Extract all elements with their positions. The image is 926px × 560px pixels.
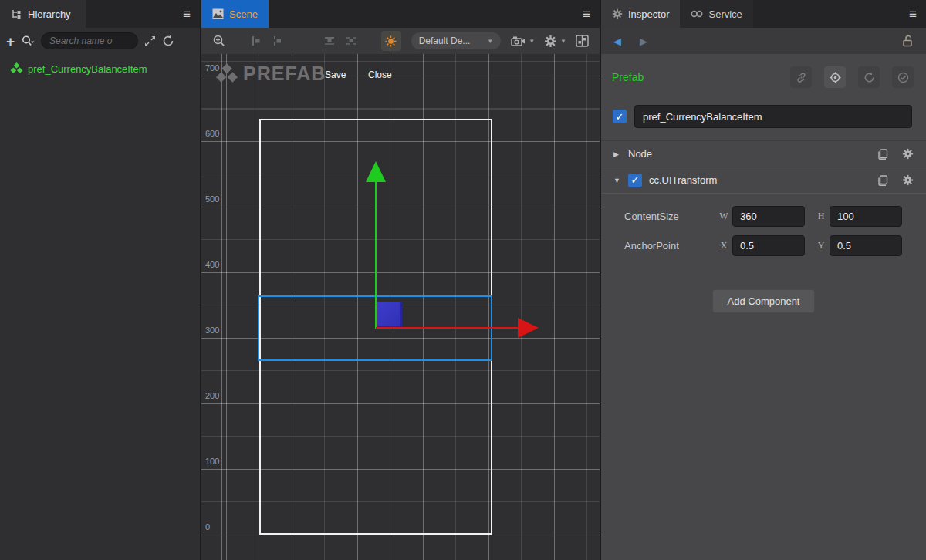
service-link-icon — [691, 10, 703, 18]
docs-book-icon[interactable] — [877, 149, 888, 160]
add-component-button[interactable]: Add Component — [712, 289, 816, 313]
history-back-button[interactable]: ◀ — [613, 35, 621, 47]
ruler-label: 500 — [205, 194, 225, 204]
tree-item-prefab-root[interactable]: pref_CurrencyBalanceItem — [0, 60, 200, 77]
ruler-label: 600 — [205, 129, 225, 138]
hierarchy-tree: pref_CurrencyBalanceItem — [0, 54, 200, 560]
search-input[interactable] — [41, 32, 138, 49]
ruler-label: 700 — [205, 63, 225, 73]
search-filter-button[interactable] — [21, 35, 35, 47]
scene-image-icon — [212, 8, 224, 19]
prefab-mode-watermark: PREFAB — [215, 62, 326, 85]
anchor-point-row: AnchorPoint X Y — [601, 231, 926, 260]
gear-icon[interactable] — [902, 148, 914, 160]
lock-icon[interactable] — [901, 35, 914, 47]
prefab-close-button[interactable]: Close — [368, 69, 392, 80]
target-icon — [830, 72, 841, 83]
refresh-icon[interactable] — [162, 35, 174, 47]
align-center-vertical-icon[interactable] — [345, 35, 357, 47]
zoom-tool-icon[interactable] — [212, 34, 226, 48]
ruler-label: 0 — [205, 522, 225, 531]
history-forward-button[interactable]: ▶ — [640, 35, 647, 47]
prefab-unlink-button[interactable] — [790, 66, 812, 88]
gizmo-y-axis-arrowhead[interactable] — [366, 161, 386, 182]
gizmo-x-axis-arrowhead[interactable] — [518, 318, 539, 338]
chevron-right-icon: ▶ — [613, 150, 621, 158]
service-tab-label: Service — [708, 8, 742, 20]
width-axis-label: W — [718, 211, 729, 222]
section-node[interactable]: ▶ Node — [601, 140, 926, 167]
render-mode-dropdown[interactable]: Default De... ▼ — [411, 32, 502, 50]
anchor-point-label: AnchorPoint — [624, 240, 718, 251]
inspector-body: Prefab — [601, 54, 926, 560]
expand-all-icon[interactable] — [144, 35, 156, 47]
light-toggle-button[interactable] — [381, 31, 401, 51]
tree-item-label: pref_CurrencyBalanceItem — [28, 63, 147, 75]
hierarchy-tree-icon — [11, 8, 22, 20]
inspector-menu-icon[interactable]: ≡ — [909, 8, 917, 21]
uitransform-properties: ContentSize W H AnchorPoint X Y — [601, 193, 926, 263]
uitransform-enabled-checkbox[interactable]: ✓ — [628, 174, 642, 187]
node-section-label: Node — [628, 148, 652, 160]
prefab-save-button[interactable]: Save — [325, 69, 346, 80]
inspector-tab-label: Inspector — [628, 8, 669, 20]
scene-gizmo-settings-dropdown[interactable]: ▼ — [544, 35, 566, 48]
scene-toolbar: Default De... ▼ ▼ ▼ — [201, 28, 600, 54]
node-active-checkbox[interactable]: ✓ — [613, 110, 627, 123]
tab-hierarchy[interactable]: Hierarchy — [0, 0, 86, 28]
anchor-point-x-input[interactable] — [732, 235, 805, 256]
inspector-panel: Inspector Service ≡ ◀ ▶ Prefab — [601, 0, 926, 560]
node-anchor-cube[interactable] — [377, 302, 402, 327]
anchor-point-y-input[interactable] — [830, 235, 902, 256]
tab-service[interactable]: Service — [680, 0, 752, 28]
prefab-apply-button[interactable] — [892, 66, 914, 88]
align-top-icon[interactable] — [323, 35, 336, 47]
prefab-actions — [790, 66, 914, 88]
unlink-icon — [796, 72, 807, 83]
content-size-h-input[interactable] — [830, 206, 902, 227]
scene-menu-icon[interactable]: ≡ — [583, 8, 590, 21]
create-node-button[interactable]: + — [6, 34, 15, 49]
tab-inspector[interactable]: Inspector — [601, 0, 680, 28]
ruler-label: 100 — [205, 457, 225, 466]
camera-settings-dropdown[interactable]: ▼ — [511, 35, 535, 47]
ruler-label: 300 — [205, 326, 225, 335]
prefab-watermark-label: PREFAB — [243, 62, 326, 85]
prefab-reset-button[interactable] — [858, 66, 880, 88]
chevron-down-icon: ▼ — [560, 38, 566, 45]
plus-icon: + — [6, 34, 15, 49]
scene-tabbar: Scene ≡ — [201, 0, 600, 28]
align-left-icon[interactable] — [250, 35, 262, 47]
chevron-down-icon: ▼ — [487, 38, 493, 45]
gear-icon[interactable] — [902, 174, 914, 186]
editor-window: Hierarchy ≡ + pref_Cu — [0, 0, 926, 560]
hierarchy-tabbar: Hierarchy ≡ — [0, 0, 200, 28]
gizmo-y-axis[interactable] — [375, 180, 377, 329]
content-size-label: ContentSize — [624, 211, 718, 222]
ruler-label: 400 — [205, 260, 225, 269]
gizmo-x-axis[interactable] — [376, 327, 519, 329]
chevron-down-icon: ▼ — [529, 38, 535, 45]
content-size-row: ContentSize W H — [601, 201, 926, 231]
hierarchy-toolbar: + — [0, 28, 200, 54]
inspector-navrow: ◀ ▶ — [601, 28, 926, 54]
inspector-tabbar: Inspector Service ≡ — [601, 0, 926, 28]
hierarchy-tab-label: Hierarchy — [28, 8, 71, 20]
layout-split-icon[interactable] — [576, 35, 589, 47]
tab-scene[interactable]: Scene — [201, 0, 269, 28]
align-center-horizontal-icon[interactable] — [272, 35, 284, 47]
x-axis-label: X — [718, 240, 729, 251]
node-name-input[interactable] — [634, 105, 912, 128]
chevron-down-icon: ▼ — [613, 177, 621, 184]
prefab-row: Prefab — [601, 63, 926, 96]
reset-refresh-icon — [863, 72, 875, 83]
y-axis-label: Y — [816, 240, 826, 251]
docs-book-icon[interactable] — [877, 175, 888, 186]
hierarchy-menu-icon[interactable]: ≡ — [183, 8, 191, 21]
prefab-locate-button[interactable] — [824, 66, 846, 88]
prefab-badge: Prefab — [612, 71, 644, 83]
content-size-w-input[interactable] — [732, 206, 805, 227]
scene-viewport[interactable]: 700 600 500 400 300 200 100 0 PREFAB Sav… — [201, 54, 600, 560]
section-uitransform[interactable]: ▼ ✓ cc.UITransform — [601, 167, 926, 193]
uitransform-section-label: cc.UITransform — [649, 174, 717, 186]
